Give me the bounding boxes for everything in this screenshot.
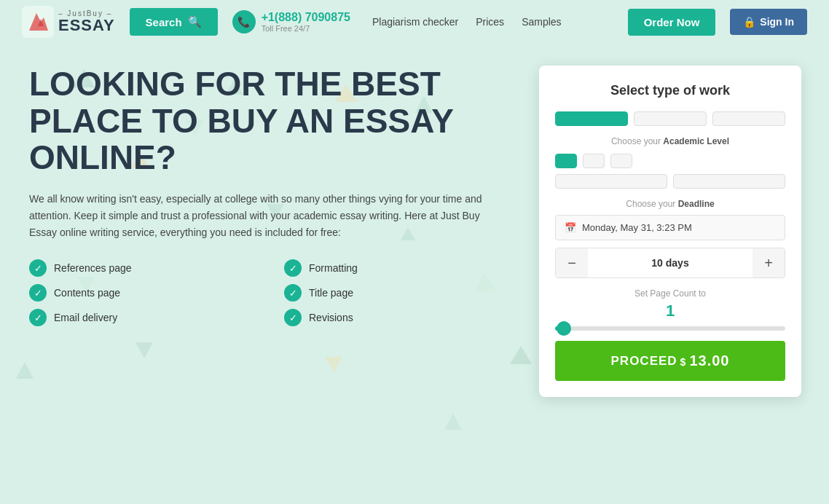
proceed-dollar: $	[680, 356, 687, 368]
logo[interactable]: – JustBuy – ESSAY	[22, 6, 115, 38]
work-type-slides[interactable]	[712, 111, 785, 126]
proceed-label: PROCEED	[611, 354, 677, 369]
days-value: 10 days	[588, 257, 753, 269]
page-count-value: 1	[555, 302, 785, 320]
check-icon: ✓	[29, 309, 47, 326]
check-icon: ✓	[29, 284, 47, 302]
lock-icon: 🔒	[743, 16, 755, 28]
calendar-icon: 📅	[565, 222, 576, 233]
deadline-date-display[interactable]: 📅 Monday, May 31, 3:23 PM	[555, 215, 785, 240]
header: – JustBuy – ESSAY Search 🔍 📞 +1(888) 709…	[0, 0, 829, 44]
search-button[interactable]: Search 🔍	[130, 8, 218, 36]
list-item: ✓ Email delivery	[29, 309, 255, 326]
phone-area: 📞 +1(888) 7090875 Toll Free 24/7	[232, 10, 350, 34]
nav-plagiarism[interactable]: Plagiarism checker	[372, 16, 458, 28]
feature-label: Contents page	[54, 287, 120, 299]
days-increase-button[interactable]: +	[753, 248, 785, 277]
feature-label: Email delivery	[54, 312, 117, 323]
check-icon: ✓	[284, 284, 302, 302]
level-high-school[interactable]	[555, 154, 577, 168]
order-now-button[interactable]: Order Now	[628, 9, 716, 36]
list-item: ✓ Revisions	[284, 309, 510, 326]
phone-number: +1(888) 7090875	[262, 11, 350, 24]
level-phd[interactable]	[673, 174, 785, 189]
check-icon: ✓	[29, 259, 47, 277]
order-widget: Select type of work Choose your Academic…	[539, 66, 801, 397]
widget-title: Select type of work	[555, 83, 785, 98]
feature-label: Formatting	[309, 262, 358, 274]
days-decrease-button[interactable]: −	[556, 248, 588, 277]
hero-description: We all know writing isn't easy, especial…	[29, 191, 510, 241]
logo-title: ESSAY	[58, 17, 115, 34]
slider-track	[555, 326, 785, 331]
work-type-writing[interactable]	[555, 111, 628, 126]
sign-in-button[interactable]: 🔒 Sign In	[730, 9, 807, 35]
page-count-slider[interactable]	[555, 326, 785, 331]
proceed-price: 13.00	[689, 353, 729, 369]
check-icon: ✓	[284, 259, 302, 277]
page-count-label: Set Page Count to	[555, 288, 785, 299]
list-item: ✓ Title page	[284, 284, 510, 302]
feature-label: References page	[54, 262, 132, 274]
academic-level-group-2	[555, 174, 785, 189]
list-item: ✓ Contents page	[29, 284, 255, 302]
feature-label: Title page	[309, 287, 353, 299]
work-type-group	[555, 111, 785, 126]
proceed-button[interactable]: PROCEED $ 13.00	[555, 341, 785, 381]
toll-free-text: Toll Free 24/7	[262, 24, 350, 33]
deadline-date-text: Monday, May 31, 3:23 PM	[582, 222, 692, 233]
level-masters[interactable]	[555, 174, 667, 189]
phone-icon: 📞	[232, 10, 256, 34]
feature-label: Revisions	[309, 312, 353, 323]
svg-marker-16	[444, 414, 462, 430]
check-icon: ✓	[284, 309, 302, 326]
hero-title: LOOKING FOR THE BEST PLACE TO BUY AN ESS…	[29, 66, 510, 176]
days-counter: − 10 days +	[555, 248, 785, 278]
search-label: Search	[146, 16, 182, 28]
deadline-label: Choose your Deadline	[555, 199, 785, 209]
academic-level-group	[555, 154, 785, 168]
main-nav: Plagiarism checker Prices Samples	[372, 16, 562, 28]
level-university[interactable]	[610, 154, 632, 168]
hero-section: LOOKING FOR THE BEST PLACE TO BUY AN ESS…	[29, 66, 510, 326]
list-item: ✓ References page	[29, 259, 255, 277]
level-college[interactable]	[583, 154, 605, 168]
search-icon: 🔍	[188, 15, 202, 28]
sign-in-label: Sign In	[760, 16, 794, 28]
slider-thumb[interactable]	[557, 321, 571, 336]
nav-samples[interactable]: Samples	[522, 16, 561, 28]
features-list: ✓ References page ✓ Formatting ✓ Content…	[29, 259, 510, 326]
main-content: LOOKING FOR THE BEST PLACE TO BUY AN ESS…	[0, 44, 829, 412]
nav-prices[interactable]: Prices	[476, 16, 504, 28]
list-item: ✓ Formatting	[284, 259, 510, 277]
work-type-editing[interactable]	[634, 111, 707, 126]
academic-level-label: Choose your Academic Level	[555, 136, 785, 146]
